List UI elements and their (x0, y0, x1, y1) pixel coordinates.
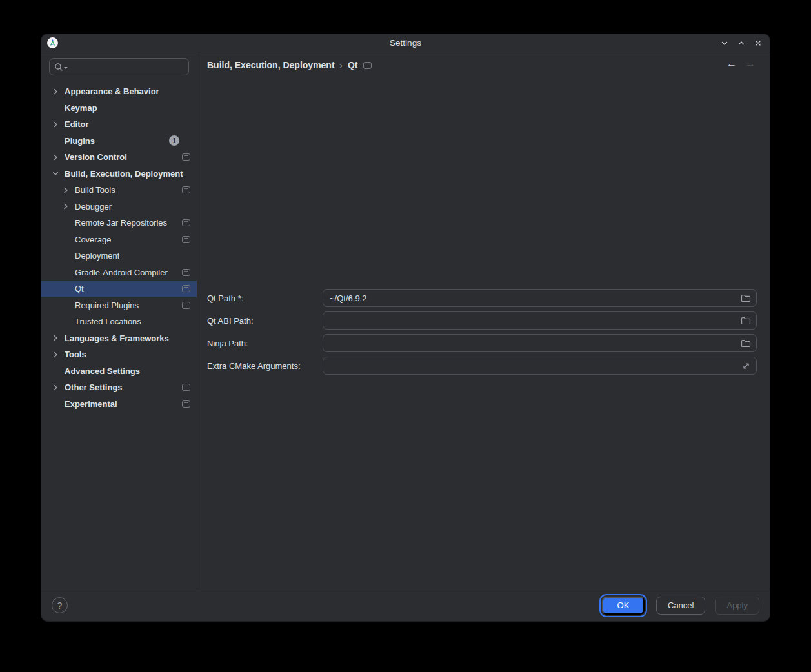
dialog-footer: ? OKCancelApply (41, 589, 770, 621)
sidebar-item-gradle-android-compiler[interactable]: Gradle-Android Compiler (41, 264, 197, 281)
footer-buttons: OKCancelApply (600, 597, 759, 615)
qt-path-input[interactable] (330, 293, 740, 303)
field-input-wrap (323, 311, 757, 330)
screen-icon (182, 302, 190, 309)
breadcrumb-parent[interactable]: Build, Execution, Deployment (207, 60, 335, 70)
settings-dialog: Settings Appearance & Behav (41, 34, 770, 621)
sidebar-item-label: Other Settings (65, 382, 123, 392)
qt-settings-form: Qt Path *: Qt ABI Path: Ninja Path: Extr… (207, 289, 757, 375)
minimize-button[interactable] (718, 37, 731, 50)
settings-content: Build, Execution, Deployment › Qt ← → Qt… (197, 52, 770, 589)
history-nav: ← → (726, 58, 756, 70)
search-options-caret-icon (64, 67, 68, 69)
field-label: Qt Path *: (207, 293, 323, 303)
sidebar-item-appearance-behavior[interactable]: Appearance & Behavior (41, 83, 197, 100)
sidebar-item-plugins[interactable]: Plugins 1 (41, 133, 197, 150)
folder-icon[interactable] (740, 337, 752, 349)
search-icon (54, 63, 63, 72)
sidebar-item-label: Build, Execution, Deployment (65, 169, 183, 179)
cancel-button[interactable]: Cancel (656, 597, 705, 615)
sidebar-item-label: Qt (75, 284, 84, 293)
sidebar-item-label: Advanced Settings (65, 366, 140, 376)
sidebar-item-trusted-locations[interactable]: Trusted Locations (41, 313, 197, 330)
help-button[interactable]: ? (52, 597, 68, 613)
sidebar-item-label: Version Control (65, 152, 127, 162)
breadcrumb: Build, Execution, Deployment › Qt (207, 60, 372, 70)
sidebar-item-debugger[interactable]: Debugger (41, 199, 197, 215)
sidebar-item-label: Trusted Locations (75, 317, 141, 326)
sidebar-item-coverage[interactable]: Coverage (41, 232, 197, 248)
sidebar-item-label: Experimental (65, 399, 117, 409)
search-input[interactable] (68, 62, 184, 72)
screen-icon (182, 285, 190, 292)
sidebar-item-build-execution-deployment[interactable]: Build, Execution, Deployment (41, 166, 197, 183)
search-box[interactable] (49, 58, 189, 75)
sidebar-item-label: Debugger (75, 202, 112, 212)
field-input-wrap (323, 334, 757, 352)
sidebar-item-qt[interactable]: Qt (41, 281, 197, 297)
sidebar-item-label: Editor (65, 119, 89, 129)
screen-icon (182, 186, 190, 193)
forward-arrow-icon: → (745, 58, 756, 70)
android-studio-icon (47, 37, 58, 48)
form-row: Qt Path *: (207, 289, 757, 307)
notification-badge: 1 (169, 135, 179, 146)
window-title: Settings (390, 38, 421, 48)
sidebar-item-label: Coverage (75, 235, 111, 244)
field-label: Extra CMake Arguments: (207, 361, 323, 371)
chevron-down-icon (50, 171, 61, 176)
sidebar-item-remote-jar-repositories[interactable]: Remote Jar Repositories (41, 215, 197, 232)
chevron-right-icon (50, 384, 61, 391)
ninja-path-input[interactable] (330, 339, 740, 348)
screen-icon (182, 269, 190, 276)
extra-cmake-arguments-input[interactable] (330, 361, 740, 371)
sidebar-item-label: Plugins (65, 136, 95, 146)
window-controls (718, 34, 765, 52)
chevron-right-icon (61, 186, 71, 194)
form-row: Ninja Path: (207, 334, 757, 352)
sidebar-item-version-control[interactable]: Version Control (41, 149, 197, 166)
sidebar-item-editor[interactable]: Editor (41, 116, 197, 133)
field-input-wrap (323, 357, 757, 375)
sidebar-item-label: Languages & Frameworks (65, 333, 169, 343)
breadcrumb-separator: › (340, 61, 343, 70)
sidebar-item-label: Remote Jar Repositories (75, 218, 167, 228)
chevron-right-icon (50, 334, 61, 342)
sidebar-item-required-plugins[interactable]: Required Plugins (41, 297, 197, 314)
sidebar-item-tools[interactable]: Tools (41, 346, 197, 363)
field-input-wrap (323, 289, 757, 307)
title-bar: Settings (41, 34, 770, 52)
sidebar-item-deployment[interactable]: Deployment (41, 248, 197, 264)
sidebar-item-label: Build Tools (75, 185, 115, 195)
sidebar-item-other-settings[interactable]: Other Settings (41, 379, 197, 396)
back-arrow-icon[interactable]: ← (726, 58, 737, 70)
breadcrumb-current[interactable]: Qt (348, 60, 358, 70)
sidebar-item-label: Gradle-Android Compiler (75, 268, 168, 277)
sidebar-item-keymap[interactable]: Keymap (41, 100, 197, 117)
ok-button[interactable]: OK (602, 597, 645, 615)
sidebar-item-build-tools[interactable]: Build Tools (41, 182, 197, 199)
chevron-right-icon (50, 88, 61, 95)
folder-icon[interactable] (740, 292, 752, 304)
folder-icon[interactable] (740, 315, 752, 326)
maximize-button[interactable] (735, 37, 748, 50)
field-label: Qt ABI Path: (207, 316, 323, 326)
sidebar-item-languages-frameworks[interactable]: Languages & Frameworks (41, 330, 197, 347)
sidebar-item-label: Tools (65, 350, 86, 359)
sidebar-item-label: Deployment (75, 251, 119, 261)
close-button[interactable] (752, 37, 765, 50)
chevron-right-icon (50, 351, 61, 359)
sidebar-item-experimental[interactable]: Experimental (41, 396, 197, 413)
screen-icon (182, 236, 190, 243)
sidebar-item-advanced-settings[interactable]: Advanced Settings (41, 363, 197, 380)
expand-icon[interactable] (740, 360, 752, 371)
screen-icon (182, 384, 190, 391)
chevron-right-icon (61, 203, 71, 210)
screen-icon (363, 62, 372, 69)
qt-abi-path-input[interactable] (330, 316, 740, 326)
screen-icon (182, 153, 190, 161)
sidebar-item-label: Keymap (65, 103, 97, 113)
help-question-icon: ? (57, 600, 63, 611)
sidebar-item-label: Appearance & Behavior (65, 86, 159, 96)
field-label: Ninja Path: (207, 339, 323, 348)
